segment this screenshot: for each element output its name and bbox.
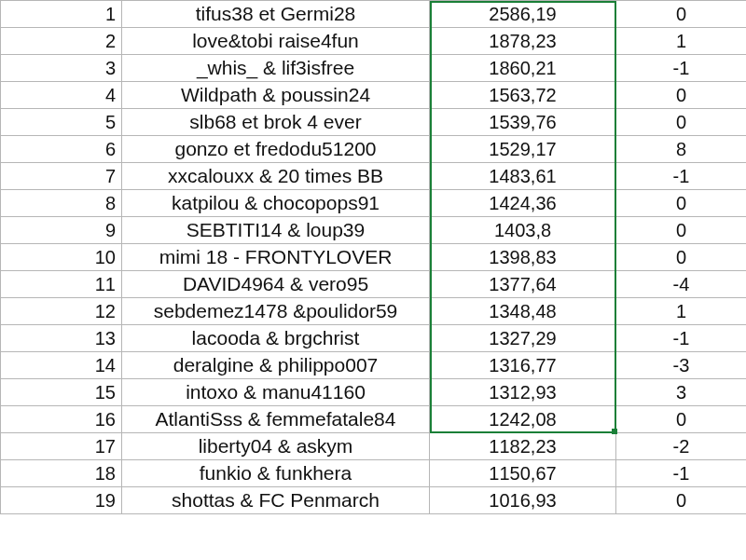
table-row[interactable]: 8katpilou & chocopops911424,360 xyxy=(1,190,747,217)
cell-rank[interactable]: 2 xyxy=(1,28,122,55)
cell-name[interactable]: sebdemez1478 &poulidor59 xyxy=(122,298,430,325)
cell-name[interactable]: intoxo & manu41160 xyxy=(122,379,430,406)
cell-rank[interactable]: 11 xyxy=(1,271,122,298)
cell-rank[interactable]: 15 xyxy=(1,379,122,406)
cell-rank[interactable]: 7 xyxy=(1,163,122,190)
cell-score[interactable]: 1016,93 xyxy=(430,487,616,514)
cell-score[interactable]: 1377,64 xyxy=(430,271,616,298)
table-row[interactable]: 17liberty04 & askym1182,23-2 xyxy=(1,433,747,460)
table-row[interactable]: 1tifus38 et Germi282586,190 xyxy=(1,1,747,28)
cell-rank[interactable]: 4 xyxy=(1,82,122,109)
table-row[interactable]: 18funkio & funkhera1150,67-1 xyxy=(1,460,747,487)
cell-delta[interactable]: 0 xyxy=(616,190,747,217)
table-row[interactable]: 11DAVID4964 & vero951377,64-4 xyxy=(1,271,747,298)
cell-name[interactable]: SEBTITI14 & loup39 xyxy=(122,217,430,244)
cell-rank[interactable]: 8 xyxy=(1,190,122,217)
cell-delta[interactable]: 0 xyxy=(616,244,747,271)
cell-score[interactable]: 1563,72 xyxy=(430,82,616,109)
cell-delta[interactable]: 0 xyxy=(616,1,747,28)
cell-name[interactable]: _whis_ & lif3isfree xyxy=(122,55,430,82)
cell-delta[interactable]: -4 xyxy=(616,271,747,298)
cell-score[interactable]: 1529,17 xyxy=(430,136,616,163)
cell-name[interactable]: shottas & FC Penmarch xyxy=(122,487,430,514)
cell-delta[interactable]: 0 xyxy=(616,217,747,244)
cell-score[interactable]: 1312,93 xyxy=(430,379,616,406)
cell-score[interactable]: 1539,76 xyxy=(430,109,616,136)
cell-name[interactable]: Wildpath & poussin24 xyxy=(122,82,430,109)
cell-name[interactable]: xxcalouxx & 20 times BB xyxy=(122,163,430,190)
cell-rank[interactable]: 9 xyxy=(1,217,122,244)
cell-name[interactable]: tifus38 et Germi28 xyxy=(122,1,430,28)
cell-score[interactable]: 1327,29 xyxy=(430,325,616,352)
table-row[interactable]: 15intoxo & manu411601312,933 xyxy=(1,379,747,406)
cell-delta[interactable]: 0 xyxy=(616,109,747,136)
table-row[interactable]: 3_whis_ & lif3isfree1860,21-1 xyxy=(1,55,747,82)
data-table[interactable]: 1tifus38 et Germi282586,1902love&tobi ra… xyxy=(0,0,746,514)
cell-score[interactable]: 1348,48 xyxy=(430,298,616,325)
table-row[interactable]: 7xxcalouxx & 20 times BB1483,61-1 xyxy=(1,163,747,190)
cell-name[interactable]: mimi 18 - FRONTYLOVER xyxy=(122,244,430,271)
table-row[interactable]: 9SEBTITI14 & loup391403,80 xyxy=(1,217,747,244)
cell-score[interactable]: 1483,61 xyxy=(430,163,616,190)
cell-delta[interactable]: 0 xyxy=(616,487,747,514)
cell-name[interactable]: katpilou & chocopops91 xyxy=(122,190,430,217)
cell-rank[interactable]: 17 xyxy=(1,433,122,460)
cell-score[interactable]: 1424,36 xyxy=(430,190,616,217)
cell-delta[interactable]: -3 xyxy=(616,352,747,379)
cell-rank[interactable]: 18 xyxy=(1,460,122,487)
cell-name[interactable]: gonzo et fredodu51200 xyxy=(122,136,430,163)
cell-rank[interactable]: 5 xyxy=(1,109,122,136)
cell-delta[interactable]: 0 xyxy=(616,82,747,109)
cell-rank[interactable]: 1 xyxy=(1,1,122,28)
cell-score[interactable]: 1398,83 xyxy=(430,244,616,271)
cell-score[interactable]: 2586,19 xyxy=(430,1,616,28)
cell-rank[interactable]: 10 xyxy=(1,244,122,271)
table-row[interactable]: 16AtlantiSss & femmefatale841242,080 xyxy=(1,406,747,433)
table-row[interactable]: 6gonzo et fredodu512001529,178 xyxy=(1,136,747,163)
cell-name[interactable]: slb68 et brok 4 ever xyxy=(122,109,430,136)
cell-name[interactable]: deralgine & philippo007 xyxy=(122,352,430,379)
cell-rank[interactable]: 14 xyxy=(1,352,122,379)
cell-delta[interactable]: -1 xyxy=(616,460,747,487)
cell-rank[interactable]: 3 xyxy=(1,55,122,82)
cell-name[interactable]: lacooda & brgchrist xyxy=(122,325,430,352)
cell-name[interactable]: love&tobi raise4fun xyxy=(122,28,430,55)
cell-score[interactable]: 1316,77 xyxy=(430,352,616,379)
cell-delta[interactable]: -1 xyxy=(616,55,747,82)
cell-rank[interactable]: 13 xyxy=(1,325,122,352)
cell-delta[interactable]: -1 xyxy=(616,163,747,190)
cell-name[interactable]: liberty04 & askym xyxy=(122,433,430,460)
cell-name[interactable]: funkio & funkhera xyxy=(122,460,430,487)
cell-rank[interactable]: 12 xyxy=(1,298,122,325)
table-row[interactable]: 4Wildpath & poussin241563,720 xyxy=(1,82,747,109)
cell-rank[interactable]: 19 xyxy=(1,487,122,514)
table-row[interactable]: 13lacooda & brgchrist1327,29-1 xyxy=(1,325,747,352)
cell-score[interactable]: 1860,21 xyxy=(430,55,616,82)
cell-delta[interactable]: -2 xyxy=(616,433,747,460)
cell-name[interactable]: AtlantiSss & femmefatale84 xyxy=(122,406,430,433)
spreadsheet-region: 1tifus38 et Germi282586,1902love&tobi ra… xyxy=(0,0,746,560)
cell-name[interactable]: DAVID4964 & vero95 xyxy=(122,271,430,298)
cell-score[interactable]: 1403,8 xyxy=(430,217,616,244)
cell-score[interactable]: 1242,08 xyxy=(430,406,616,433)
table-row[interactable]: 5slb68 et brok 4 ever1539,760 xyxy=(1,109,747,136)
cell-score[interactable]: 1878,23 xyxy=(430,28,616,55)
table-row[interactable]: 2love&tobi raise4fun1878,231 xyxy=(1,28,747,55)
cell-delta[interactable]: 1 xyxy=(616,28,747,55)
cell-rank[interactable]: 6 xyxy=(1,136,122,163)
table-row[interactable]: 12sebdemez1478 &poulidor591348,481 xyxy=(1,298,747,325)
cell-score[interactable]: 1182,23 xyxy=(430,433,616,460)
cell-delta[interactable]: 8 xyxy=(616,136,747,163)
table-row[interactable]: 10mimi 18 - FRONTYLOVER1398,830 xyxy=(1,244,747,271)
cell-score[interactable]: 1150,67 xyxy=(430,460,616,487)
table-row[interactable]: 14deralgine & philippo0071316,77-3 xyxy=(1,352,747,379)
table-row[interactable]: 19shottas & FC Penmarch1016,930 xyxy=(1,487,747,514)
cell-delta[interactable]: 3 xyxy=(616,379,747,406)
cell-delta[interactable]: 0 xyxy=(616,406,747,433)
cell-delta[interactable]: 1 xyxy=(616,298,747,325)
cell-delta[interactable]: -1 xyxy=(616,325,747,352)
cell-rank[interactable]: 16 xyxy=(1,406,122,433)
